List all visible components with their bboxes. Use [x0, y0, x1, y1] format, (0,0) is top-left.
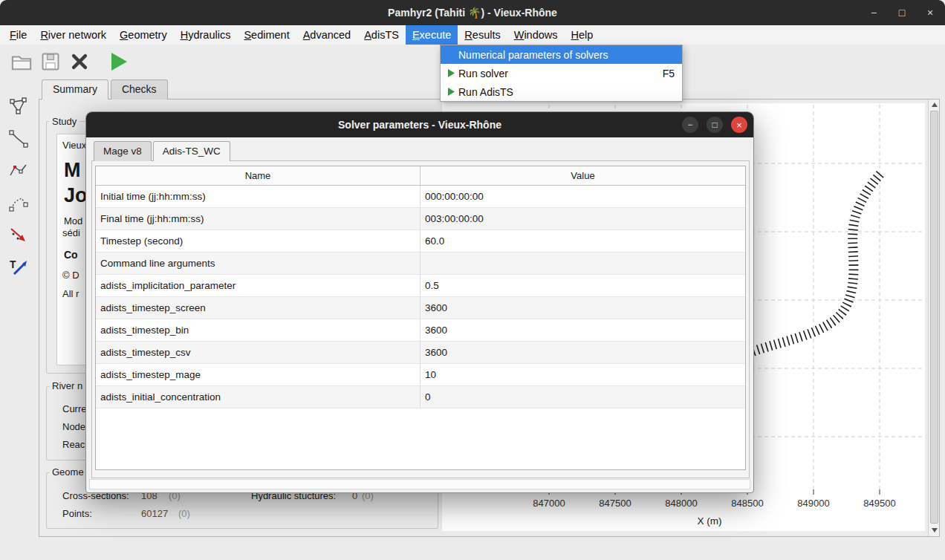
table-row[interactable]: adists_timestep_bin 3600 [96, 319, 745, 342]
menu-item-run-solver[interactable]: Run solver F5 [441, 64, 682, 82]
x-tick-label: 848000 [655, 498, 707, 509]
dialog-titlebar[interactable]: Solver parameters - Vieux-Rhône [86, 112, 753, 137]
close-study-button[interactable] [67, 48, 92, 76]
open-study-button[interactable] [9, 48, 34, 76]
dialog-controls: − □ × [682, 117, 747, 133]
param-value-cell[interactable]: 0 [420, 386, 745, 408]
x-tick-label: 849500 [854, 498, 906, 509]
table-header-name[interactable]: Name [96, 166, 420, 185]
menu-item-numerical-parameters[interactable]: Numerical parameters of solvers [441, 45, 682, 64]
menu-help[interactable]: Help [565, 25, 600, 45]
x-tick-label: 849000 [788, 498, 840, 509]
scrollbar-thumb[interactable] [930, 111, 938, 524]
table-row[interactable]: Command line arguments [96, 253, 745, 275]
dialog-close-button[interactable]: × [731, 117, 747, 133]
points-value: 60127 [141, 508, 168, 519]
menu-river-network[interactable]: River network [33, 25, 113, 45]
param-name-cell[interactable]: adists_initial_concentration [96, 386, 420, 408]
window-controls: − □ × [868, 0, 936, 25]
param-name-cell[interactable]: Initial time (jj:hh:mm:ss) [96, 186, 420, 207]
tab-checks[interactable]: Checks [111, 79, 168, 100]
tab-mage-v8[interactable]: Mage v8 [94, 141, 152, 161]
param-value-cell[interactable]: 003:00:00:00 [420, 208, 745, 229]
param-value-cell[interactable]: 3600 [420, 297, 745, 319]
scroll-down-button[interactable] [929, 525, 940, 535]
param-value-cell[interactable]: 60.0 [420, 230, 745, 252]
river-network-row3: Reac [62, 439, 85, 450]
param-name-cell[interactable]: adists_timestep_csv [96, 342, 420, 363]
param-name-cell[interactable]: adists_timestep_bin [96, 319, 420, 341]
table-row[interactable]: Initial time (jj:hh:mm:ss) 000:00:00:00 [96, 186, 745, 208]
menu-geometry[interactable]: Geometry [113, 25, 174, 45]
table-row[interactable]: Final time (jj:hh:mm:ss) 003:00:00:00 [96, 208, 745, 230]
menu-advanced[interactable]: Advanced [296, 25, 358, 45]
param-name-cell[interactable]: adists_implicitation_parameter [96, 275, 420, 296]
param-name-cell[interactable]: adists_timestep_mage [96, 364, 420, 385]
table-header-row: Name Value [96, 166, 745, 186]
param-value-cell[interactable] [420, 253, 745, 274]
network-graph-icon [8, 96, 29, 117]
scroll-down-icon [932, 528, 938, 533]
study-heading-line2: Jo [64, 184, 88, 207]
main-tabbar: Summary Checks [42, 79, 170, 100]
river-reach-path [753, 173, 881, 351]
param-value-cell[interactable]: 10 [420, 364, 745, 385]
tab-adis-ts-wc[interactable]: Adis-TS_WC [153, 141, 230, 161]
play-icon [444, 68, 458, 78]
table-row[interactable]: adists_initial_concentration 0 [96, 386, 745, 408]
table-row[interactable]: adists_timestep_screen 3600 [96, 297, 745, 319]
geometry-group-label: Geome [49, 466, 87, 478]
param-value-cell[interactable]: 3600 [420, 319, 745, 341]
sidebar-button-profile[interactable] [6, 126, 31, 152]
study-name-text: Vieux [62, 140, 86, 151]
study-desc-line1: Mod [64, 215, 82, 227]
x-axis-label: X (m) [672, 515, 747, 527]
param-name-cell[interactable]: Timestep (second) [96, 230, 420, 252]
vertical-scrollbar[interactable] [928, 100, 939, 536]
param-value-cell[interactable]: 000:00:00:00 [420, 186, 745, 207]
sidebar-button-reach[interactable] [6, 190, 31, 215]
table-row[interactable]: adists_implicitation_parameter 0.5 [96, 275, 745, 297]
window-title: Pamhyr2 (Tahiti 🌴) - Vieux-Rhône [388, 7, 557, 19]
sidebar-button-network[interactable] [6, 94, 31, 119]
table-row[interactable]: Timestep (second) 60.0 [96, 230, 745, 253]
study-desc-line2: sédi [62, 227, 80, 238]
dialog-minimize-button[interactable]: − [682, 117, 698, 133]
param-value-cell[interactable]: 3600 [420, 342, 745, 363]
menu-sediment[interactable]: Sediment [237, 25, 296, 45]
scroll-up-button[interactable] [929, 100, 940, 110]
sidebar-button-cross-section[interactable] [6, 158, 31, 183]
maximize-icon[interactable]: □ [896, 7, 908, 19]
param-name-cell[interactable]: adists_timestep_screen [96, 297, 420, 319]
scroll-up-icon [932, 102, 938, 107]
sidebar-button-hydrograph[interactable] [6, 223, 31, 248]
save-icon [40, 51, 61, 72]
run-solver-button[interactable] [106, 48, 131, 76]
dialog-maximize-button[interactable]: □ [707, 117, 723, 133]
menu-hydraulics[interactable]: Hydraulics [174, 25, 238, 45]
param-name-cell[interactable]: Final time (jj:hh:mm:ss) [96, 208, 420, 229]
table-header-value[interactable]: Value [420, 166, 745, 185]
slope-arrow-icon [8, 225, 29, 246]
save-study-button[interactable] [38, 48, 63, 76]
window-titlebar[interactable]: Pamhyr2 (Tahiti 🌴) - Vieux-Rhône − □ × [0, 0, 945, 25]
close-icon[interactable]: × [924, 7, 936, 19]
menu-execute[interactable]: Execute [406, 25, 458, 45]
param-name-cell[interactable]: Command line arguments [96, 253, 420, 274]
run-solver-icon [109, 51, 129, 72]
menu-adists[interactable]: AdisTS [357, 25, 406, 45]
river-network-group-label: River n [49, 380, 85, 391]
close-study-icon [69, 51, 90, 72]
table-row[interactable]: adists_timestep_mage 10 [96, 364, 745, 386]
menu-file[interactable]: File [3, 25, 33, 45]
param-value-cell[interactable]: 0.5 [420, 275, 745, 296]
menu-windows[interactable]: Windows [507, 25, 565, 45]
solver-parameters-dialog: Solver parameters - Vieux-Rhône − □ × Ma… [85, 111, 754, 493]
minimize-icon[interactable]: − [868, 7, 880, 19]
sidebar-button-adists[interactable]: T [6, 255, 31, 280]
tab-summary[interactable]: Summary [42, 79, 108, 100]
menu-item-run-adists[interactable]: Run AdisTS [441, 82, 682, 101]
open-folder-icon [10, 51, 33, 72]
menu-results[interactable]: Results [458, 25, 507, 45]
table-row[interactable]: adists_timestep_csv 3600 [96, 342, 745, 364]
